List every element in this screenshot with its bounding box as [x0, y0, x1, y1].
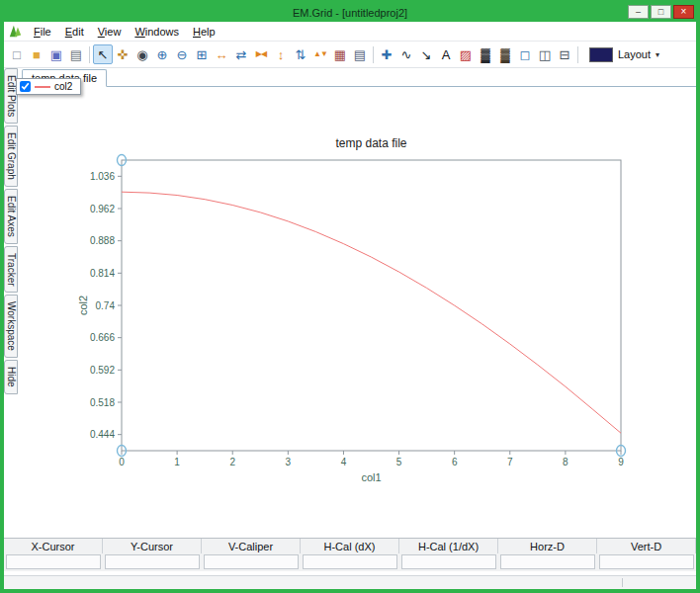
svg-text:1.036: 1.036: [90, 171, 115, 182]
sidebar-tab-hide[interactable]: Hide: [4, 360, 18, 394]
window-title: EM.Grid - [untitledproj2]: [293, 7, 407, 19]
svg-text:8: 8: [563, 457, 569, 467]
layout-dropdown[interactable]: Layout ▾: [585, 45, 663, 64]
svg-text:0.888: 0.888: [90, 235, 115, 246]
legend-line: [35, 86, 50, 88]
plot-region: temp data file0.4440.5180.5920.6660.740.…: [20, 87, 696, 538]
zoom-in-button[interactable]: ⊕: [152, 44, 172, 64]
caliper-value-h-cal-dx: [303, 554, 397, 569]
legend-label: col2: [54, 81, 72, 92]
spectrogram-button[interactable]: ▓: [476, 44, 495, 64]
svg-text:4: 4: [341, 457, 347, 467]
window-controls: – □ ×: [628, 5, 694, 19]
caliper-header-horz-d: Horz-D: [498, 539, 597, 553]
sidebar-tab-edit-graph[interactable]: Edit Graph: [4, 126, 18, 187]
caliper-header-v-caliper: V-Caliper: [202, 539, 301, 553]
arrow-annotation-button[interactable]: ↘: [416, 44, 436, 64]
chart-svg[interactable]: temp data file0.4440.5180.5920.6660.740.…: [74, 134, 633, 490]
toolbar-separator: [89, 46, 90, 63]
svg-text:0: 0: [119, 457, 125, 467]
frame-button[interactable]: ◻: [515, 44, 535, 64]
autoscale-y-button[interactable]: ↕: [271, 44, 291, 64]
open-file-button[interactable]: ■: [27, 44, 46, 64]
scroll-x-button[interactable]: ⇄: [231, 44, 251, 64]
sidebar-tab-workspace[interactable]: Workspace: [4, 295, 18, 358]
caliper-readout-table: X-Cursor Y-Cursor V-Caliper H-Cal (dX) H…: [4, 538, 696, 571]
select-tool-button[interactable]: ↖: [93, 44, 113, 64]
pan-tool-button[interactable]: ✜: [113, 44, 132, 64]
menu-view[interactable]: View: [91, 25, 129, 39]
svg-text:col2: col2: [77, 296, 89, 315]
chart-container: temp data file0.4440.5180.5920.6660.740.…: [74, 134, 633, 494]
probe-tool-button[interactable]: ◉: [132, 44, 152, 64]
caliper-header-vert-d: Vert-D: [597, 539, 696, 553]
svg-text:col1: col1: [361, 471, 381, 483]
print-button[interactable]: ▤: [66, 44, 86, 64]
svg-text:3: 3: [286, 457, 292, 467]
minimize-button[interactable]: –: [628, 5, 649, 19]
layout-label: Layout: [618, 48, 651, 60]
sidebar-tab-edit-axes[interactable]: Edit Axes: [4, 189, 18, 244]
grid-button[interactable]: ▤: [350, 44, 370, 64]
add-marker-button[interactable]: ✚: [377, 44, 396, 64]
text-annotation-button[interactable]: A: [436, 44, 456, 64]
workspace-body: Edit Plots Edit Graph Edit Axes Tracker …: [4, 68, 696, 538]
vsplit-button[interactable]: ◫: [535, 44, 555, 64]
caliper-value-horz-d: [500, 554, 595, 569]
tracker-tool-button[interactable]: ∿: [396, 44, 416, 64]
caliper-value-x-cursor: [6, 554, 101, 569]
svg-text:6: 6: [452, 457, 458, 467]
caliper-value-vert-d: [599, 554, 694, 569]
svg-text:0.592: 0.592: [90, 365, 115, 376]
legend-popup: col2: [16, 78, 81, 95]
app-window: EM.Grid - [untitledproj2] – □ × File Edi…: [0, 0, 700, 593]
sidebar-tab-edit-plots[interactable]: Edit Plots: [4, 68, 18, 124]
save-button[interactable]: ▣: [46, 44, 66, 64]
hsplit-button[interactable]: ⊟: [555, 44, 574, 64]
caliper-value-y-cursor: [105, 554, 200, 569]
autoscale-x-button[interactable]: ↔: [212, 44, 231, 64]
menu-help[interactable]: Help: [186, 25, 222, 39]
data-table-button[interactable]: ▦: [330, 44, 350, 64]
svg-text:0.444: 0.444: [90, 429, 115, 440]
svg-text:1: 1: [174, 457, 180, 467]
menu-file[interactable]: File: [27, 25, 58, 39]
toolbar-icons: □■▣▤↖✜◉⊕⊖⊞↔⇄▶◀↕⇅▲▼▦▤✚∿↘A▨▓▓◻◫⊟: [7, 44, 581, 64]
caliper-value-v-caliper: [204, 554, 299, 569]
close-button[interactable]: ×: [673, 5, 694, 19]
scroll-y-button[interactable]: ⇅: [291, 44, 310, 64]
expand-y-button[interactable]: ▲▼: [310, 44, 330, 64]
toolbar-separator: [577, 46, 578, 63]
sidebar-tab-tracker[interactable]: Tracker: [4, 246, 18, 294]
zoom-region-button[interactable]: ⊞: [192, 44, 212, 64]
toolbar-separator: [373, 46, 374, 63]
main-area: temp data file temp data file0.4440.5180…: [20, 68, 696, 538]
svg-text:9: 9: [618, 457, 624, 467]
svg-text:7: 7: [507, 457, 513, 467]
new-file-button[interactable]: □: [7, 44, 27, 64]
caliper-header-h-cal-1dx: H-Cal (1/dX): [399, 539, 498, 553]
palette-button[interactable]: ▨: [456, 44, 476, 64]
svg-text:5: 5: [396, 457, 402, 467]
legend-col2-checkbox[interactable]: [20, 81, 31, 92]
svg-text:0.962: 0.962: [90, 204, 115, 214]
document-tabbar: temp data file: [20, 68, 696, 87]
svg-text:0.666: 0.666: [90, 332, 115, 343]
caliper-value-h-cal-1dx: [401, 554, 496, 569]
toolbar: □■▣▤↖✜◉⊕⊖⊞↔⇄▶◀↕⇅▲▼▦▤✚∿↘A▨▓▓◻◫⊟ Layout ▾: [4, 42, 696, 68]
caliper-header-x-cursor: X-Cursor: [4, 539, 103, 553]
svg-text:0.814: 0.814: [90, 268, 115, 279]
statusbar: [4, 575, 696, 589]
menu-edit[interactable]: Edit: [58, 25, 91, 39]
menubar: File Edit View Windows Help: [4, 22, 696, 42]
menu-windows[interactable]: Windows: [128, 25, 186, 39]
compress-x-button[interactable]: ▶◀: [251, 44, 271, 64]
svg-text:2: 2: [229, 457, 235, 467]
titlebar[interactable]: EM.Grid - [untitledproj2] – □ ×: [4, 4, 696, 22]
waterfall-button[interactable]: ▓: [495, 44, 515, 64]
side-tab-strip: Edit Plots Edit Graph Edit Axes Tracker …: [4, 68, 20, 538]
maximize-button[interactable]: □: [651, 5, 671, 19]
layout-swatch-icon: [589, 47, 613, 62]
zoom-out-button[interactable]: ⊖: [172, 44, 192, 64]
chevron-down-icon: ▾: [656, 50, 659, 59]
